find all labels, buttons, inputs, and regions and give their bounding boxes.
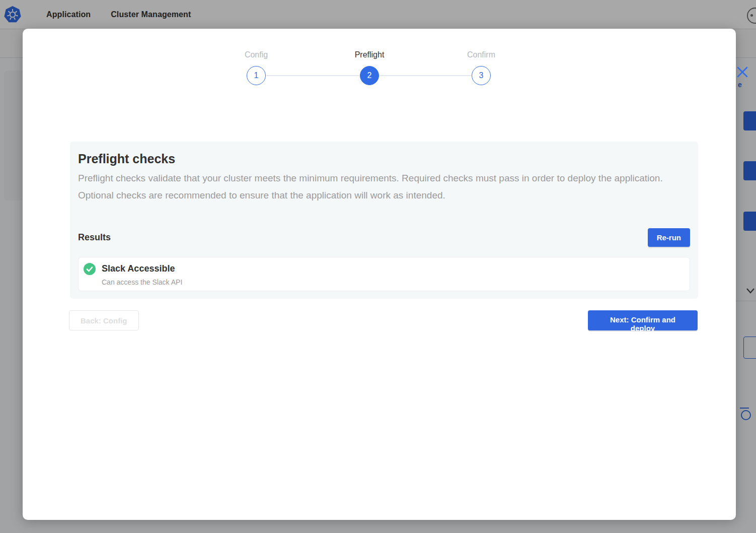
step-circle-config[interactable]: 1 bbox=[247, 66, 266, 85]
panel-title: Preflight checks bbox=[78, 151, 690, 167]
step-circle-confirm[interactable]: 3 bbox=[472, 66, 491, 85]
preflight-panel: Preflight checks Preflight checks valida… bbox=[70, 142, 698, 299]
step-connector bbox=[266, 75, 359, 76]
result-title: Slack Accessible bbox=[102, 262, 182, 275]
step-label-preflight: Preflight bbox=[355, 50, 385, 59]
step-connector bbox=[380, 75, 471, 76]
rerun-button[interactable]: Re-run bbox=[648, 228, 690, 247]
check-circle-icon bbox=[84, 263, 96, 275]
result-message: Can access the Slack API bbox=[102, 278, 182, 286]
preflight-result-row: Slack Accessible Can access the Slack AP… bbox=[78, 257, 690, 291]
back-button[interactable]: Back: Config bbox=[69, 310, 139, 330]
results-label: Results bbox=[78, 232, 111, 243]
step-circle-preflight[interactable]: 2 bbox=[360, 66, 379, 85]
step-label-config: Config bbox=[245, 50, 268, 59]
close-icon[interactable] bbox=[736, 66, 748, 78]
panel-description: Preflight checks validate that your clus… bbox=[78, 170, 672, 204]
preflight-modal: Config Preflight Confirm 1 2 3 Preflight… bbox=[23, 29, 736, 520]
step-label-confirm: Confirm bbox=[467, 50, 495, 59]
next-deploy-button[interactable]: Next: Confirm and deploy bbox=[588, 310, 698, 330]
